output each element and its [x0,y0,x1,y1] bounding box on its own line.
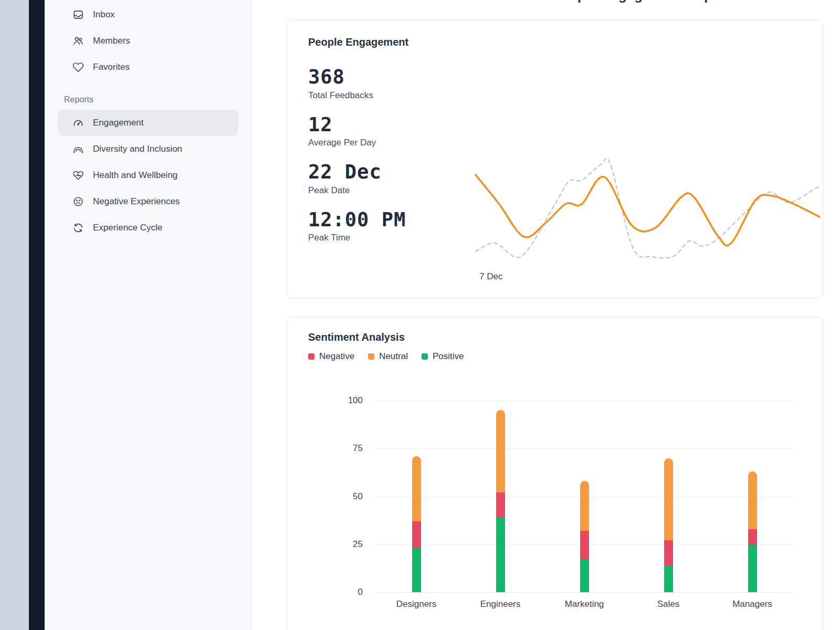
bar-segment-negative [412,521,421,548]
y-tick-label: 100 [308,395,363,406]
stat-average-per-day: 12 Average Per Day [308,114,802,149]
stat-value: 12 [308,114,802,136]
bar-column-sales [626,401,710,592]
bar-column-marketing [542,401,626,592]
heart-icon [72,61,84,73]
bar-segment-neutral [748,471,757,529]
members-icon [72,35,84,47]
main-content: People Engagement Reports People Engagem… [252,0,840,630]
y-tick-label: 25 [308,539,363,550]
sidebar-item-engagement[interactable]: Engagement [58,110,238,136]
sidebar-item-label: Members [93,36,130,46]
bar-segment-positive [496,518,505,592]
line-series-previous [476,158,820,258]
bars-layer [374,401,794,592]
sidebar-item-experience-cycle[interactable]: Experience Cycle [58,215,238,241]
sidebar-item-label: Diversity and Inclusion [93,144,182,154]
legend-item-positive[interactable]: Positive [422,351,464,362]
inbox-icon [72,9,84,20]
bar-segment-negative [580,531,589,560]
card-title: People Engagement [308,36,802,48]
page-title-cropped: People Engagement Reports [552,0,738,4]
legend-label: Negative [319,351,354,362]
bar-segment-neutral [580,481,589,531]
x-tick-label: Sales [626,599,710,610]
bar-column-engineers [458,401,542,592]
x-tick-label: Managers [710,599,794,610]
sentiment-analysis-card: Sentiment Analysis Negative Neutral Posi… [287,317,823,630]
y-tick-label: 75 [308,443,363,454]
legend-swatch [422,353,428,360]
sidebar-item-negative-experiences[interactable]: Negative Experiences [58,188,238,215]
sidebar-item-favorites[interactable]: Favorites [58,54,238,80]
y-axis: 0255075100 [308,401,363,592]
chart-legend: Negative Neutral Positive [308,351,802,362]
sidebar-item-label: Negative Experiences [93,196,180,207]
collapsed-nav-rail [29,0,45,630]
people-engagement-card: People Engagement 368 Total Feedbacks 12… [287,20,823,298]
bar-column-designers [374,401,458,592]
x-tick-label: Marketing [542,599,626,610]
sidebar-item-members[interactable]: Members [58,28,238,54]
y-tick-label: 0 [308,587,363,597]
bar-segment-negative [748,529,757,544]
sidebar-item-inbox[interactable]: Inbox [58,2,238,28]
sidebar: Inbox Members Favorites Reports Engageme… [45,0,252,630]
bar-segment-negative [496,492,505,517]
stacked-bar [664,458,673,592]
stacked-bar [412,456,421,592]
bar-segment-negative [664,540,673,565]
x-tick-label: Designers [374,599,458,610]
app-root: Inbox Members Favorites Reports Engageme… [0,0,840,630]
stat-label: Total Feedbacks [308,90,802,101]
stat-label: Average Per Day [308,138,802,148]
line-series-current [476,175,820,246]
rainbow-icon [72,143,84,155]
legend-item-neutral[interactable]: Neutral [368,351,408,362]
stat-total-feedbacks: 368 Total Feedbacks [308,66,802,101]
sidebar-item-diversity-and-inclusion[interactable]: Diversity and Inclusion [58,136,238,162]
stacked-bar [496,410,505,592]
legend-item-negative[interactable]: Negative [308,351,354,362]
bar-segment-positive [748,544,757,592]
bar-column-managers [710,401,794,592]
bar-segment-neutral [412,456,421,521]
legend-label: Neutral [379,351,408,362]
bar-segment-neutral [664,458,673,541]
sidebar-item-label: Inbox [93,9,115,20]
left-background-strip [0,0,29,630]
bar-segment-positive [412,548,421,592]
bar-segment-neutral [496,410,505,492]
x-axis: DesignersEngineersMarketingSalesManagers [374,599,794,610]
sidebar-item-label: Favorites [93,62,130,72]
legend-swatch [308,353,314,360]
bar-segment-positive [664,565,673,592]
sidebar-item-label: Engagement [93,118,143,128]
legend-label: Positive [433,351,464,362]
sentiment-bar-chart: 0255075100 DesignersEngineersMarketingSa… [308,401,802,610]
legend-swatch [368,353,374,360]
heart-pulse-icon [72,170,84,181]
sidebar-item-label: Experience Cycle [93,223,162,233]
sentiment-plot [374,401,794,592]
stacked-bar [748,471,757,592]
sad-face-icon [72,196,84,207]
card-title: Sentiment Analysis [308,331,802,343]
y-tick-label: 50 [308,491,363,502]
sidebar-item-health-and-wellbeing[interactable]: Health and Wellbeing [58,162,238,188]
bar-segment-positive [580,560,589,592]
stat-value: 368 [308,66,802,89]
sidebar-section-reports: Reports [64,95,251,104]
x-axis-tick-label: 7 Dec [479,271,502,282]
cycle-icon [72,222,84,234]
engagement-line-chart [473,158,823,269]
gauge-icon [72,117,84,129]
x-tick-label: Engineers [458,599,542,610]
sidebar-item-label: Health and Wellbeing [93,170,177,181]
stacked-bar [580,481,589,592]
